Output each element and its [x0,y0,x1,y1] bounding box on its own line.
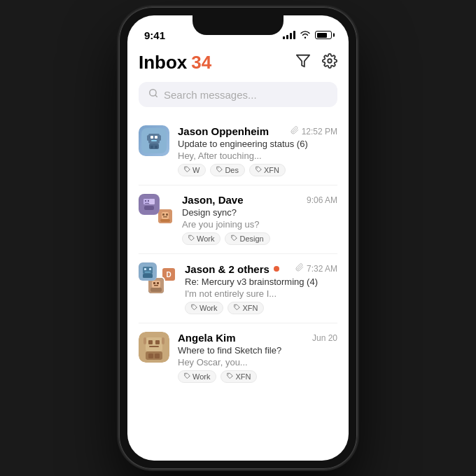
status-icons [283,30,332,41]
svg-rect-47 [146,337,162,351]
tag-icon [231,234,237,243]
tag: Design [225,232,270,245]
svg-rect-10 [159,135,161,141]
avatar [139,332,169,363]
message-content: Jason & 2 others 7:32 AM [185,262,337,314]
message-subject: Re: Mercury v3 brainstorming (4) [185,276,337,287]
avatar [139,125,169,156]
message-preview: Hey, After touching... [178,150,337,161]
message-time: Jun 20 [312,333,337,343]
svg-rect-54 [148,354,153,358]
tag: W [178,164,206,176]
svg-rect-42 [154,285,158,286]
svg-rect-43 [150,288,162,292]
svg-marker-0 [297,55,309,67]
svg-rect-26 [162,214,164,216]
svg-rect-52 [162,337,164,344]
sender-name: Jason, Dave [182,194,244,206]
message-list: Jason Oppenheim 12:52 PM Update to e [139,117,337,391]
tag-icon [255,166,262,174]
tag-icon [184,166,190,174]
tag: Des [210,164,245,176]
svg-rect-8 [151,140,157,141]
svg-rect-5 [148,134,160,144]
wifi-icon [300,30,311,41]
avatar-group [139,194,174,225]
search-placeholder: Search messages... [164,89,257,101]
svg-rect-34 [144,268,146,270]
phone-screen: 9:41 [127,15,349,461]
message-preview: Are you joining us? [182,219,337,230]
phone-frame: 9:41 [119,7,357,469]
message-time: 12:52 PM [302,127,337,136]
tag: XFN [220,370,257,383]
svg-rect-36 [145,272,150,273]
svg-rect-53 [146,351,162,360]
tag: XFN [227,302,264,314]
message-subject: Update to engineering status (6) [178,139,337,149]
message-content: Angela Kim Jun 20 Where to find Sketch f… [178,332,337,383]
svg-rect-20 [148,200,149,202]
sender-name: Jason & 2 others [185,263,279,275]
message-item[interactable]: Jason, Dave 9:06 AM Design sync? Are you… [139,186,337,254]
svg-rect-27 [166,214,168,216]
app-content: Inbox 34 [127,46,349,391]
inbox-count: 34 [191,52,211,74]
tag-icon [234,304,240,312]
tag-icon [191,304,197,312]
page-title: Inbox 34 [139,52,211,74]
svg-rect-51 [144,337,146,344]
message-content: Jason, Dave 9:06 AM Design sync? Are you… [182,194,337,245]
search-bar[interactable]: Search messages... [139,82,337,107]
search-icon [148,88,158,101]
sender-name: Jason Oppenheim [178,125,269,137]
unread-dot [274,266,279,272]
message-preview: Hey Oscar, you... [178,357,337,368]
header: Inbox 34 [139,46,337,82]
filter-button[interactable] [295,53,311,72]
inbox-label: Inbox [139,52,187,74]
avatar-triple: D [139,262,176,295]
svg-rect-6 [150,136,153,139]
notch [192,15,284,35]
svg-rect-40 [153,282,155,284]
message-time: 7:32 AM [307,264,337,274]
settings-button[interactable] [322,53,337,72]
tag: Work [185,302,223,314]
sender-name: Angela Kim [178,332,236,344]
attachment-icon [290,125,299,137]
message-top-row: Jason Oppenheim 12:52 PM [178,125,337,137]
svg-rect-48 [148,340,153,344]
message-subject: Design sync? [182,207,337,218]
svg-rect-7 [155,136,158,139]
message-item[interactable]: Angela Kim Jun 20 Where to find Sketch f… [139,323,337,391]
message-content: Jason Oppenheim 12:52 PM Update to e [178,125,337,176]
svg-rect-9 [147,135,149,141]
tag: XFN [249,164,286,176]
message-tags: W Des [178,164,337,176]
svg-point-1 [328,59,332,63]
svg-rect-49 [155,340,160,344]
svg-rect-50 [149,346,159,347]
svg-rect-23 [144,206,154,210]
tag-icon [227,372,233,381]
svg-rect-41 [157,282,159,284]
svg-rect-37 [143,274,153,278]
message-time: 9:06 AM [307,195,337,205]
svg-rect-12 [150,146,153,148]
svg-rect-29 [160,219,170,222]
battery-icon [315,31,332,39]
message-preview: I'm not entirely sure I... [185,288,337,299]
svg-rect-13 [155,146,158,148]
tag-icon [216,166,223,174]
svg-rect-21 [145,203,149,204]
header-actions [295,53,337,72]
svg-rect-55 [155,354,160,358]
tag: Work [182,232,220,245]
message-item[interactable]: Jason Oppenheim 12:52 PM Update to e [139,117,337,186]
message-tags: Work Design [182,232,337,245]
svg-rect-28 [163,216,167,218]
message-subject: Where to find Sketch file? [178,345,337,356]
svg-rect-39 [152,281,160,288]
message-item[interactable]: D Jason & 2 others [139,254,337,323]
